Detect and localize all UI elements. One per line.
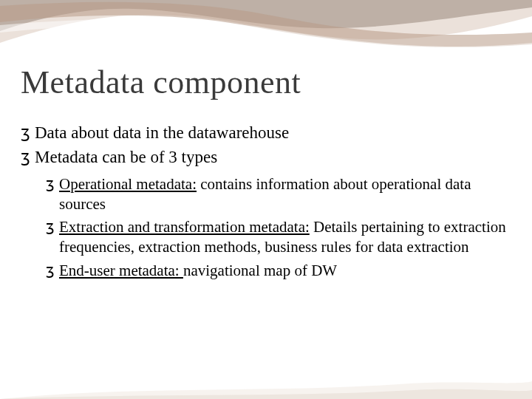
bullet-icon: ʒ (21, 147, 30, 167)
top-decoration (0, 0, 532, 66)
bullet-item: ʒ Metadata can be of 3 types (21, 147, 508, 168)
sub-bullet-text: Operational metadata: contains informati… (59, 174, 508, 215)
underlined-term: End-user metadata: (59, 262, 183, 279)
slide: Metadata component ʒ Data about data in … (0, 0, 532, 399)
bullet-icon: ʒ (46, 174, 55, 193)
bullet-icon: ʒ (46, 261, 55, 279)
sub-bullet-item: ʒ Operational metadata: contains informa… (46, 174, 508, 215)
underlined-term: Operational metadata: (59, 175, 197, 193)
sub-bullet-item: ʒ Extraction and transformation metadata… (46, 217, 508, 258)
slide-title: Metadata component (21, 64, 301, 101)
bottom-decoration (0, 364, 532, 399)
sub-bullet-text: End-user metadata: navigational map of D… (59, 261, 508, 281)
bullet-icon: ʒ (46, 217, 55, 236)
bullet-icon: ʒ (21, 123, 30, 143)
underlined-term: Extraction and transformation metadata: (59, 218, 310, 236)
slide-content: ʒ Data about data in the datawarehouse ʒ… (21, 123, 508, 284)
bullet-text: Metadata can be of 3 types (35, 147, 508, 168)
bullet-item: ʒ Data about data in the datawarehouse (21, 123, 508, 144)
sub-bullet-rest: navigational map of DW (183, 262, 337, 279)
sub-bullet-text: Extraction and transformation metadata: … (59, 217, 508, 258)
bullet-text: Data about data in the datawarehouse (35, 123, 508, 144)
sub-bullet-item: ʒ End-user metadata: navigational map of… (46, 261, 508, 281)
